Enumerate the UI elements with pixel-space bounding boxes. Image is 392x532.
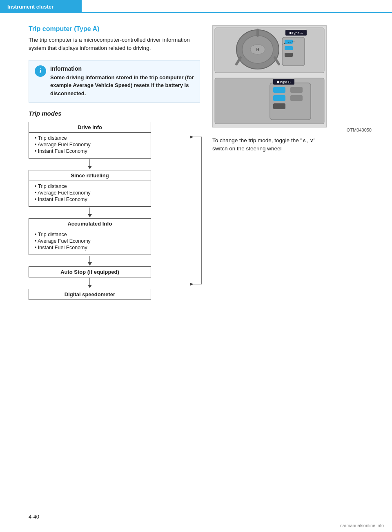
loop-arrows [190,122,204,300]
svg-marker-5 [88,262,92,266]
list-item: Instant Fuel Economy [35,197,145,202]
svg-marker-3 [88,214,92,217]
info-heading: Information [50,65,194,72]
list-item: Instant Fuel Economy [35,245,145,250]
header-title: Instrument cluster [0,0,82,13]
flow-box-accumulated-info: Accumulated Info Trip distance Average F… [29,218,151,255]
list-item: Average Fuel Economy [35,142,145,148]
info-content: Information Some driving information sto… [50,65,194,98]
left-column: Trip computer (Type A) The trip computer… [29,25,200,300]
section-title: Trip computer (Type A) [29,25,200,33]
flow-box-since-refueling: Since refueling Trip distance Average Fu… [29,170,151,207]
watermark: carmanualsonline.info [340,523,384,528]
list-item: Average Fuel Economy [35,190,145,196]
trip-modes-title: Trip modes [29,110,200,117]
list-item: Average Fuel Economy [35,238,145,244]
svg-marker-7 [88,285,92,288]
steering-wheel-image: H ■Type A [212,25,327,127]
list-item: Trip distance [35,232,145,237]
auto-stop-header: Auto Stop (if equipped) [29,267,151,277]
svg-rect-33 [290,87,303,93]
arrow-3 [29,255,151,266]
arrow-1 [29,159,151,170]
svg-marker-9 [190,136,194,138]
svg-text:■Type B: ■Type B [277,80,290,84]
flow-diagram: Drive Info Trip distance Average Fuel Ec… [29,122,151,300]
accumulated-info-body: Trip distance Average Fuel Economy Insta… [29,229,151,255]
svg-rect-24 [285,53,293,57]
accumulated-info-header: Accumulated Info [29,219,151,229]
page-content: Trip computer (Type A) The trip computer… [0,13,392,320]
flow-box-drive-info: Drive Info Trip distance Average Fuel Ec… [29,122,151,159]
svg-rect-34 [290,95,303,101]
svg-text:H: H [256,47,259,52]
image-caption: OTM040050 [212,127,372,132]
digital-speedometer-header: Digital speedometer [29,289,151,300]
drive-info-body: Trip distance Average Fuel Economy Insta… [29,133,151,158]
steering-svg: H ■Type A [213,26,327,128]
arrow-4 [29,277,151,289]
flow-box-auto-stop: Auto Stop (if equipped) [29,266,151,277]
right-column: H ■Type A [212,25,372,300]
arrow-2 [29,207,151,218]
list-item: Instant Fuel Economy [35,148,145,154]
svg-rect-23 [285,46,293,50]
svg-rect-22 [285,40,293,44]
flow-box-digital-speedometer: Digital speedometer [29,289,151,300]
list-item: Trip distance [35,183,145,189]
info-text: Some driving information stored in the t… [50,74,194,98]
image-description: To change the trip mode, toggle the "∧, … [212,136,327,153]
header-line [82,12,392,13]
page-number: 4-40 [29,514,39,520]
flow-diagram-container: Drive Info Trip distance Average Fuel Ec… [29,122,200,300]
header-bar: Instrument cluster [0,0,392,13]
since-refueling-header: Since refueling [29,170,151,181]
list-item: Trip distance [35,135,145,141]
svg-marker-1 [88,166,92,169]
info-box: i Information Some driving information s… [29,60,200,103]
drive-info-header: Drive Info [29,122,151,133]
section-description: The trip computer is a microcomputer-con… [29,36,200,53]
info-icon: i [35,65,46,77]
svg-rect-30 [273,87,285,93]
since-refueling-body: Trip distance Average Fuel Economy Insta… [29,181,151,206]
svg-marker-12 [190,283,194,285]
svg-rect-32 [273,103,285,109]
svg-text:■Type A: ■Type A [290,31,303,35]
svg-rect-31 [273,95,285,101]
